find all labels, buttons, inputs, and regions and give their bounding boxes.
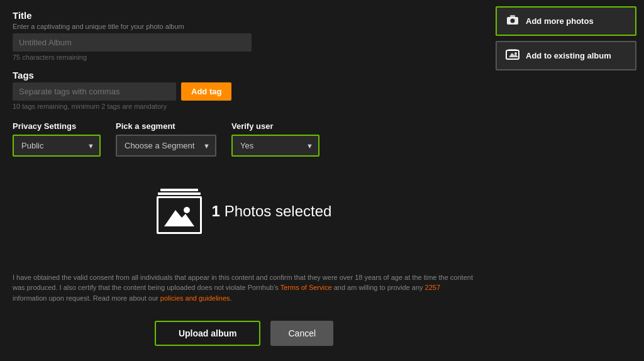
photo-stack-icon — [157, 189, 202, 234]
add-more-photos-button[interactable]: Add more photos — [496, 6, 636, 36]
dropdowns-row: Privacy Settings Public Private Friends … — [13, 121, 475, 157]
consent-text-middle: and am willing to provide any — [332, 284, 425, 291]
tags-label: Tags — [13, 70, 475, 81]
add-tag-button[interactable]: Add tag — [181, 82, 231, 101]
law-link[interactable]: 2257 — [425, 284, 440, 291]
stack-line-2 — [158, 192, 201, 195]
svg-rect-6 — [510, 15, 515, 18]
svg-rect-8 — [508, 49, 517, 51]
privacy-select[interactable]: Public Private Friends Only — [13, 135, 101, 157]
add-more-photos-label: Add more photos — [526, 16, 594, 26]
upload-album-button[interactable]: Upload album — [155, 321, 261, 346]
add-to-existing-label: Add to existing album — [526, 51, 611, 60]
mountain-svg — [164, 204, 194, 226]
title-section: Title Enter a captivating and unique tit… — [13, 10, 475, 61]
svg-marker-2 — [164, 210, 194, 226]
tags-input[interactable] — [13, 82, 176, 101]
consent-text-end: . — [230, 294, 232, 302]
tags-row: Add tag — [13, 82, 475, 101]
photos-label: Photos selected — [225, 203, 332, 219]
camera-icon — [506, 14, 519, 28]
verify-label: Verify user — [231, 121, 319, 131]
segment-select-wrapper: Choose a Segment Straight Gay Trans ▼ — [116, 135, 216, 157]
privacy-label: Privacy Settings — [13, 121, 101, 131]
consent-text: I have obtained the valid consent from a… — [13, 266, 475, 306]
svg-point-10 — [514, 52, 517, 55]
segment-select[interactable]: Choose a Segment Straight Gay Trans — [116, 135, 216, 157]
privacy-group: Privacy Settings Public Private Friends … — [13, 121, 101, 157]
right-panel: Add more photos Add to existing album — [488, 0, 644, 361]
photo-frame-inner — [158, 198, 200, 232]
svg-point-5 — [511, 19, 514, 22]
photo-count: 1 — [212, 203, 220, 219]
title-label: Title — [13, 10, 475, 21]
cancel-button[interactable]: Cancel — [270, 321, 333, 346]
tags-section: Tags Add tag 10 tags remaining, minimum … — [13, 70, 475, 110]
segment-group: Pick a segment Choose a Segment Straight… — [116, 121, 216, 157]
verify-group: Verify user Yes No ▼ — [231, 121, 319, 157]
photo-frame — [157, 196, 202, 234]
verify-select-wrapper: Yes No ▼ — [231, 135, 319, 157]
segment-label: Pick a segment — [116, 121, 216, 131]
photo-area: 1 Photos selected — [13, 165, 475, 257]
chars-remaining: 75 characters remaining — [13, 53, 475, 61]
title-subtitle: Enter a captivating and unique title for… — [13, 23, 475, 30]
tags-hint: 10 tags remaining, minimum 2 tags are ma… — [13, 103, 475, 110]
svg-point-1 — [184, 207, 190, 213]
policy-link[interactable]: policies and guidelines — [160, 294, 230, 302]
bottom-buttons: Upload album Cancel — [13, 314, 475, 351]
add-to-existing-button[interactable]: Add to existing album — [496, 41, 636, 70]
photos-selected-text: 1 Photos selected — [212, 203, 332, 220]
title-input[interactable] — [13, 33, 252, 52]
verify-select[interactable]: Yes No — [231, 135, 319, 157]
album-icon — [506, 48, 519, 63]
consent-text-after: information upon request. Read more abou… — [13, 294, 160, 302]
tos-link[interactable]: Terms of Service — [280, 284, 332, 291]
photo-icon-area: 1 Photos selected — [157, 189, 332, 234]
privacy-select-wrapper: Public Private Friends Only ▼ — [13, 135, 101, 157]
stack-line-1 — [160, 189, 198, 191]
